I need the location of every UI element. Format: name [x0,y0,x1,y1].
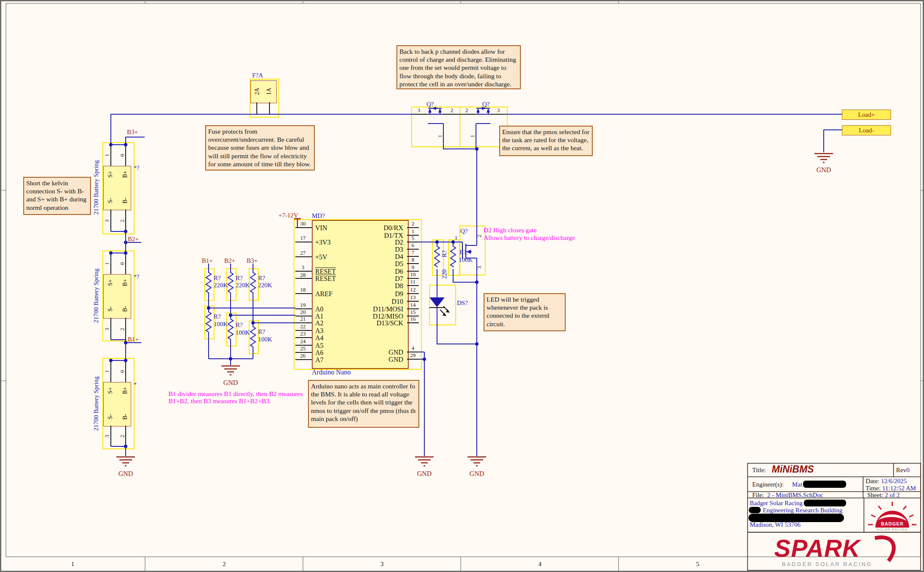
pin-num-13: 13 [410,294,416,300]
r100k-b3-ref[interactable]: R? [258,328,265,336]
pin-name-a4: A4 [315,334,324,342]
titleblock-engineer-label: Engineer(s): [752,481,784,488]
battery3-designator[interactable]: * [134,382,137,388]
battery2-designator[interactable]: *? [134,274,139,280]
nmos-pin3: 3 [476,266,482,269]
r100k-gate-val: 100K [459,256,473,264]
arduino-designator[interactable]: MD? [312,212,325,220]
fuse-pin-1a: 1A [266,88,272,95]
pin-name-vin: VIN [315,224,327,232]
pmos2-pin2: 2 [465,107,468,113]
note-arduino[interactable]: Arduino nano acts as main controller fo … [308,380,419,428]
pin-name-a3: A3 [315,327,324,335]
r100k-b1-ref[interactable]: R? [214,313,221,320]
note-led[interactable]: LED will be trigged whenenever the pack … [484,293,566,331]
net-label-b1[interactable]: B1+ [128,336,139,343]
gnd-label-rail[interactable]: GND [470,470,484,478]
ruler-col-2: 2 [223,561,226,568]
battery1-pin0: 0 [119,154,125,157]
pin-name-d8: D8 [395,282,403,290]
pin-name-a6: A6 [315,349,324,357]
note-divider-measure: B1 divider measures B1 directly, then B2… [168,390,310,404]
battery2-pin2: 2 [119,328,125,331]
battery3-pin1: 1 [104,370,110,373]
note-backtoback[interactable]: Back to back p channel diodes allow for … [396,45,521,89]
r220k-b2-ref[interactable]: R? [236,275,243,282]
titleblock-building: Engineering Research Building [763,507,842,514]
titleblock-title-label: Title: [752,467,766,474]
pin-num-6: 6 [412,242,415,248]
net-label-b2-divider[interactable]: B2+ [224,257,235,264]
battery2-bplus: B+ [122,279,128,286]
battery2-pin1: 1 [104,262,110,265]
gnd-label-divider[interactable]: GND [223,379,238,387]
battery1-pin3: 3 [104,220,110,223]
pmos1-designator[interactable]: Q? [426,101,434,108]
fuse-designator[interactable]: F?A [252,72,263,79]
nmos-designator[interactable]: Q? [460,228,468,235]
badger-logo: BADGER SOLAR RACING [868,502,916,531]
port-load-plus[interactable]: Load+ [842,110,891,120]
titleblock-date: Date: 12/6/2025 [866,477,907,485]
r220k-b3-ref[interactable]: R? [258,275,265,282]
led-designator[interactable]: DS? [457,300,468,307]
r100k-b3-val: 100K [258,336,272,343]
titleblock-engineer: Mat [792,481,802,488]
pin-name-a0: A0 [315,305,324,313]
note-pmos[interactable]: Ensure that the pmos selected for the ta… [499,126,593,156]
titleblock-rev: Rev0 [896,466,910,474]
pin-name-5v: +5V [315,253,327,261]
spark-logo-swoosh [875,537,894,561]
pin-num-2: 2 [412,221,415,227]
pin-num-9: 9 [412,264,415,270]
pmos2-pin1: 1 [470,135,476,138]
net-label-b3-divider[interactable]: B3+ [247,257,258,264]
ruler-col-1: 1 [71,561,74,568]
pin-name-d11: D11/MOSI [373,305,403,313]
pin-name-aref: AREF [315,290,333,298]
net-label-b2[interactable]: B2+ [128,236,139,243]
r220-ref[interactable]: R? [441,250,448,258]
net-label-b3[interactable]: B3+ [127,129,138,136]
pin-name-d13: D13/SCK [377,319,403,327]
battery3-pin3: 3 [104,435,110,438]
port-load-minus[interactable]: Load- [842,125,891,135]
r100k-b2-ref[interactable]: R? [236,322,243,329]
pin-num-19: 19 [300,302,306,308]
pin-num-28: 28 [300,272,306,278]
power-label-vin[interactable]: +7-12V [278,212,298,219]
r220k-b1-ref[interactable]: R? [214,275,221,282]
titleblock-time: Time: 11:12:52 AM [866,484,916,492]
gnd-label-arduino[interactable]: GND [417,470,432,478]
ruler-col-4: 4 [538,561,542,568]
titleblock-sheet: Sheet: 2 of 2 [867,491,900,499]
r100k-gate-ref[interactable]: R? [459,249,467,256]
battery3-pin2: 2 [119,435,125,438]
gnd-label-load[interactable]: GND [817,166,831,174]
pmos2-designator[interactable]: Q? [482,101,490,108]
battery1-bminus: B- [122,198,128,204]
spark-logo-text: SPARK [774,535,861,562]
pin-name-a7: A7 [315,356,324,364]
pin-name-d10: D10 [391,298,403,305]
pin-name-3v3: +3V3 [315,239,331,246]
battery2-splus: S+ [107,279,113,286]
battery1-pin1: 1 [104,154,110,157]
svg-text:BADGER: BADGER [881,521,904,526]
battery3-name: 21700 Battery Spring [93,376,100,431]
battery2-pin0: 0 [119,262,125,265]
pin-num-8: 8 [412,257,415,263]
battery1-designator[interactable]: *? [134,165,139,171]
battery3-bminus: B- [122,414,128,420]
titleblock-title: MiNiBMS [772,464,814,475]
note-kelvin[interactable]: Short the kelvin connection S- with B- a… [23,177,91,215]
net-label-b1-divider[interactable]: B1+ [202,257,213,264]
pmos1-pin3: 3 [418,107,421,113]
pin-num-15: 15 [410,309,416,315]
ruler-col-5: 5 [696,561,699,568]
r220-val: 220 [441,270,448,279]
gnd-label-battery[interactable]: GND [118,470,133,478]
note-fuse[interactable]: Fuse protects from overcurrent/undercurr… [205,125,315,170]
battery3-splus: S+ [107,387,113,394]
titleblock-org: Badger Solar Racing [750,500,803,507]
